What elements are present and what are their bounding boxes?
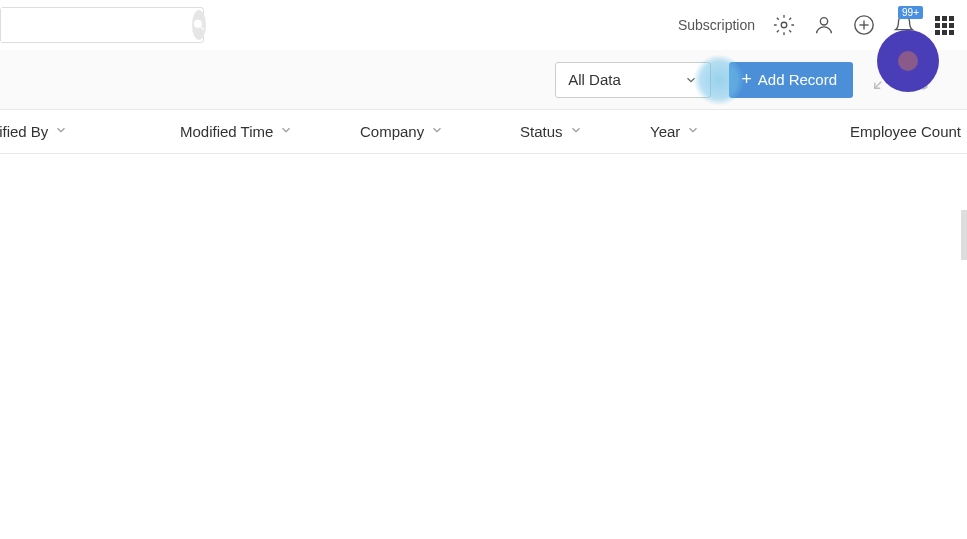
avatar-status-dot: [898, 51, 918, 71]
column-label: Status: [520, 123, 563, 140]
column-modified-by[interactable]: Modified By: [0, 123, 180, 140]
chevron-down-icon: [684, 73, 698, 87]
svg-point-0: [194, 20, 202, 28]
add-button[interactable]: [853, 14, 875, 36]
scrollbar[interactable]: [961, 210, 967, 260]
chevron-down-icon: [686, 123, 700, 140]
column-modified-time[interactable]: Modified Time: [180, 123, 360, 140]
column-label: Company: [360, 123, 424, 140]
svg-line-8: [875, 81, 881, 87]
column-year[interactable]: Year: [650, 123, 780, 140]
plus-icon: +: [741, 69, 752, 90]
chevron-down-icon: [54, 123, 68, 140]
column-status[interactable]: Status: [520, 123, 650, 140]
column-label: Modified By: [0, 123, 48, 140]
person-icon: [813, 14, 835, 36]
search-container: [0, 7, 204, 43]
notification-badge: 99+: [898, 6, 923, 19]
search-input[interactable]: [1, 8, 192, 42]
profile-button[interactable]: [813, 14, 835, 36]
plus-circle-icon: [853, 14, 875, 36]
chevron-down-icon: [430, 123, 444, 140]
svg-line-1: [201, 27, 204, 30]
settings-button[interactable]: [773, 14, 795, 36]
top-bar: Subscription 99+: [0, 0, 967, 50]
add-record-button[interactable]: + Add Record: [729, 62, 853, 98]
subscription-link[interactable]: Subscription: [678, 17, 755, 33]
svg-point-2: [781, 22, 787, 28]
svg-point-3: [820, 18, 827, 25]
apps-grid-icon: [935, 16, 954, 35]
chevron-down-icon: [569, 123, 583, 140]
column-company[interactable]: Company: [360, 123, 520, 140]
chevron-down-icon: [279, 123, 293, 140]
search-icon: [192, 18, 206, 32]
apps-button[interactable]: [933, 14, 955, 36]
toolbar: All Data + Add Record: [0, 50, 967, 110]
column-label: Employee Count: [850, 123, 961, 140]
table-header-row: Modified By Modified Time Company Status…: [0, 110, 967, 154]
gear-icon: [773, 14, 795, 36]
column-label: Modified Time: [180, 123, 273, 140]
data-filter-select[interactable]: All Data: [555, 62, 711, 98]
add-record-label: Add Record: [758, 71, 837, 88]
column-employee-count[interactable]: Employee Count: [780, 123, 967, 140]
avatar[interactable]: [877, 30, 939, 92]
data-filter-label: All Data: [568, 71, 621, 88]
search-button[interactable]: [192, 10, 206, 40]
column-label: Year: [650, 123, 680, 140]
